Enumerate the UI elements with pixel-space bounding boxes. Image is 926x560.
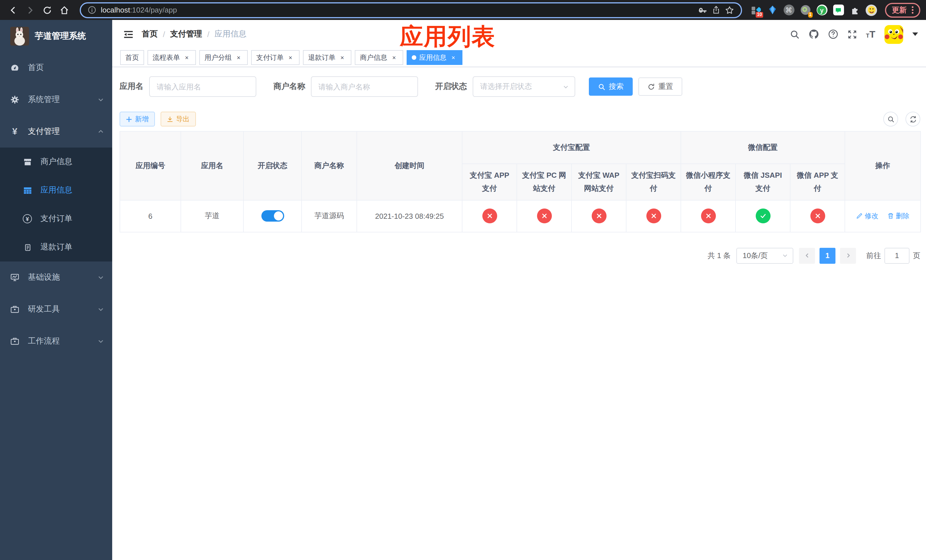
sidebar-collapse-icon[interactable] [118, 24, 138, 44]
merchant-name-input[interactable] [311, 76, 418, 97]
alipay-wap-status-icon [592, 209, 606, 224]
extension-gem-icon[interactable] [767, 4, 778, 16]
github-icon[interactable] [808, 29, 819, 39]
share-icon[interactable] [712, 6, 720, 14]
col-alipay-pc: 支付宝 PC 网站支付 [517, 164, 572, 200]
close-icon[interactable] [449, 53, 457, 62]
tag-home[interactable]: 首页 [120, 50, 144, 65]
tag-user-group[interactable]: 用户分组 [199, 50, 248, 65]
app-title: 芋道管理系统 [35, 30, 86, 41]
cell-actions: 修改 删除 [845, 200, 921, 232]
breadcrumb-home[interactable]: 首页 [142, 29, 158, 39]
page-number-1[interactable]: 1 [820, 248, 835, 264]
browser-forward-icon[interactable] [23, 3, 38, 17]
close-icon[interactable] [183, 53, 191, 62]
tag-merchant-info[interactable]: 商户信息 [355, 50, 403, 65]
col-alipay-app: 支付宝 APP 支付 [462, 164, 517, 200]
sidebar-item-merchant-info[interactable]: 商户信息 [0, 148, 112, 176]
next-page-button[interactable] [840, 248, 856, 264]
total-count: 共 1 条 [708, 251, 731, 261]
edit-pen-icon [856, 212, 863, 219]
extension-command-icon[interactable]: ⌘ [783, 4, 794, 16]
add-button[interactable]: 新增 [120, 112, 155, 127]
status-select[interactable]: 请选择开启状态 [473, 76, 575, 97]
status-toggle[interactable] [261, 210, 284, 222]
breadcrumb-payment[interactable]: 支付管理 [170, 29, 202, 39]
address-bar[interactable]: localhost:1024/pay/app [80, 2, 742, 18]
extension-target-icon[interactable]: 1 [800, 4, 811, 16]
col-wechat-lite: 微信小程序支付 [681, 164, 735, 200]
browser-back-icon[interactable] [6, 3, 21, 17]
col-app-id: 应用编号 [120, 131, 181, 200]
tag-process-form[interactable]: 流程表单 [147, 50, 196, 65]
refresh-table-button[interactable] [905, 112, 920, 127]
sidebar-logo[interactable]: 芋道管理系统 [0, 20, 112, 52]
extension-emoji-icon[interactable] [865, 4, 877, 16]
tag-pay-order[interactable]: 支付订单 [251, 50, 300, 65]
search-form: 应用名 商户名称 开启状态 请选择开启状态 搜索 [120, 76, 920, 97]
sidebar-item-home[interactable]: 首页 [0, 52, 112, 84]
fullscreen-icon[interactable] [847, 29, 857, 39]
password-key-icon[interactable] [698, 5, 707, 15]
page-size-select[interactable]: 10条/页 [736, 248, 793, 264]
document-icon [23, 243, 32, 251]
header-search-icon[interactable] [790, 29, 799, 39]
gear-icon [10, 95, 20, 104]
breadcrumb: 首页 / 支付管理 / 应用信息 [142, 29, 247, 39]
extension-y-icon[interactable]: y [816, 4, 828, 16]
bookmark-star-icon[interactable] [725, 5, 734, 15]
sidebar-item-system[interactable]: 系统管理 [0, 84, 112, 116]
search-button[interactable]: 搜索 [589, 77, 633, 96]
col-group-wechat: 微信配置 [681, 131, 845, 164]
close-icon[interactable] [235, 53, 243, 62]
sidebar-item-refund-order[interactable]: 退款订单 [0, 233, 112, 262]
table-row: 6 芋道 芋道源码 2021-10-23 08:49:25 [120, 200, 921, 232]
export-button[interactable]: 导出 [160, 112, 196, 127]
sidebar-item-infrastructure[interactable]: 基础设施 [0, 262, 112, 294]
edit-link[interactable]: 修改 [856, 211, 878, 221]
goto-prefix: 前往 [866, 251, 881, 261]
browser-home-icon[interactable] [57, 3, 72, 17]
sidebar-item-pay-order[interactable]: ¥ 支付订单 [0, 204, 112, 233]
col-alipay-wap: 支付宝 WAP 网站支付 [572, 164, 626, 200]
url-text: localhost:1024/pay/app [101, 6, 177, 14]
close-icon[interactable] [286, 53, 294, 62]
extensions-area: 10 ⌘ 1 y [750, 4, 877, 16]
col-actions: 操作 [845, 131, 921, 200]
extension-puzzle-icon[interactable] [849, 4, 861, 16]
sidebar-item-devtools[interactable]: 研发工具 [0, 294, 112, 325]
sidebar-item-payment[interactable]: ¥ 支付管理 [0, 116, 112, 148]
browser-update-button[interactable]: 更新 [885, 3, 920, 17]
help-icon[interactable] [828, 29, 838, 39]
cell-app-id: 6 [120, 200, 181, 232]
chevron-down-icon [97, 338, 104, 345]
font-size-icon[interactable] [866, 29, 875, 39]
delete-link[interactable]: 删除 [887, 211, 909, 221]
goto-page-input[interactable] [884, 248, 909, 264]
plus-icon [126, 116, 132, 122]
trash-icon [887, 212, 894, 219]
sidebar-item-workflow[interactable]: 工作流程 [0, 325, 112, 357]
extension-blocks-icon[interactable]: 10 [750, 4, 761, 16]
browser-reload-icon[interactable] [40, 3, 54, 17]
extension-chat-icon[interactable] [832, 4, 844, 16]
chevron-down-icon [563, 83, 569, 90]
close-icon[interactable] [390, 53, 398, 62]
close-icon[interactable] [338, 53, 346, 62]
site-info-icon[interactable] [88, 6, 96, 14]
refresh-icon [648, 83, 655, 90]
page-content: 应用名 商户名称 开启状态 请选择开启状态 搜索 [112, 67, 926, 560]
browser-menu-icon[interactable] [912, 6, 914, 14]
toggle-search-button[interactable] [883, 112, 898, 127]
app-name-input[interactable] [149, 76, 256, 97]
chevron-down-icon [97, 96, 104, 103]
avatar[interactable] [884, 25, 903, 44]
download-icon [167, 116, 173, 122]
prev-page-button[interactable] [799, 248, 815, 264]
avatar-caret-icon[interactable] [912, 32, 918, 36]
sidebar: 芋道管理系统 首页 系统管理 ¥ 支付管理 [0, 20, 112, 560]
tags-view: 首页 流程表单 用户分组 支付订单 退款订单 商户信息 应用信息 [112, 48, 926, 67]
tag-refund-order[interactable]: 退款订单 [303, 50, 351, 65]
reset-button[interactable]: 重置 [639, 77, 682, 96]
sidebar-item-app-info[interactable]: 应用信息 [0, 176, 112, 204]
